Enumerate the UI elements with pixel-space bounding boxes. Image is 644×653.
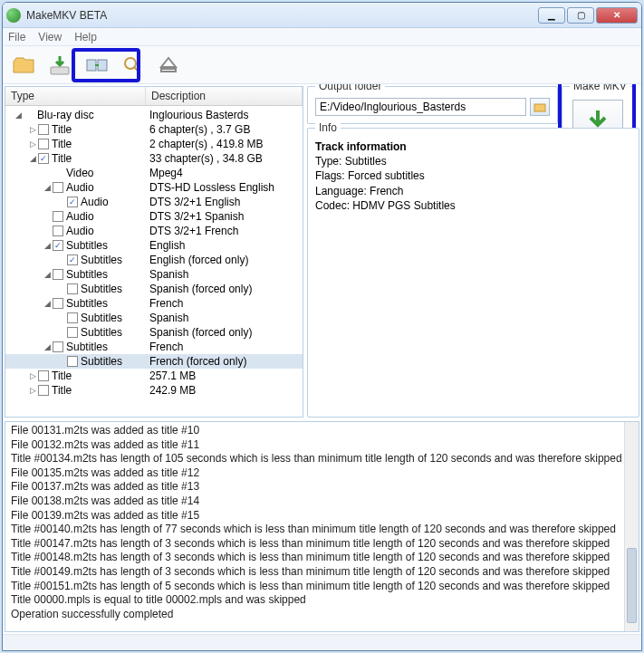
tree-checkbox[interactable]: [38, 124, 49, 135]
tree-row[interactable]: ◢SubtitlesSpanish: [5, 267, 303, 282]
tree-checkbox[interactable]: [38, 153, 49, 164]
expander-icon[interactable]: ▷: [27, 385, 38, 396]
tree-row[interactable]: SubtitlesSpanish: [5, 311, 303, 325]
tree-checkbox[interactable]: [53, 269, 63, 280]
expander-icon[interactable]: ◢: [42, 240, 53, 251]
title-tree[interactable]: ◢Blu-ray discInglourious Basterds▷Title6…: [5, 106, 303, 417]
close-button[interactable]: [596, 7, 638, 24]
tree-checkbox[interactable]: [67, 283, 78, 294]
titlebar[interactable]: MakeMKV BETA: [3, 3, 641, 28]
main-window: MakeMKV BETA File View Help: [2, 2, 642, 651]
tree-item-label: Audio: [66, 225, 146, 237]
log-line: Title 00000.mpls is equal to title 00002…: [11, 593, 633, 608]
tree-row[interactable]: ▷Title242.9 MB: [5, 383, 303, 398]
tree-item-label: Audio: [66, 181, 146, 194]
expander-icon[interactable]: ◢: [42, 341, 53, 352]
log-line: File 00139.m2ts was added as title #15: [11, 509, 633, 523]
tree-checkbox[interactable]: [67, 197, 78, 207]
folder-icon: [533, 101, 546, 113]
tree-checkbox[interactable]: [53, 341, 63, 352]
tree-row[interactable]: SubtitlesSpanish (forced only): [5, 282, 303, 296]
tree-item-label: Subtitles: [66, 297, 146, 310]
tree-row[interactable]: AudioDTS 3/2+1 Spanish: [5, 209, 303, 224]
search-icon: [120, 53, 145, 78]
tree-item-label: Subtitles: [81, 326, 146, 339]
menu-view[interactable]: View: [38, 31, 62, 43]
menubar: File View Help: [3, 28, 641, 46]
tree-checkbox[interactable]: [67, 312, 78, 323]
tree-header-description[interactable]: Description: [146, 87, 303, 105]
maximize-button[interactable]: [567, 7, 594, 24]
tree-row[interactable]: AudioDTS 3/2+1 French: [5, 224, 303, 238]
expander-icon[interactable]: ◢: [42, 182, 53, 193]
menu-help[interactable]: Help: [74, 31, 97, 43]
expander-icon[interactable]: ◢: [27, 153, 38, 164]
output-folder-input[interactable]: [315, 98, 526, 116]
tree-item-label: Title: [52, 370, 146, 382]
expander-icon[interactable]: ▷: [27, 370, 38, 381]
tree-row[interactable]: ▷Title2 chapter(s) , 419.8 MB: [5, 137, 303, 151]
log-panel[interactable]: File 00131.m2ts was added as title #10Fi…: [5, 421, 639, 632]
menu-file[interactable]: File: [8, 31, 25, 43]
tree-header: Type Description: [5, 87, 303, 106]
tree-row[interactable]: ◢SubtitlesFrench: [5, 296, 303, 311]
tree-checkbox[interactable]: [53, 226, 63, 236]
tree-item-label: Title: [52, 123, 146, 136]
open-file-button[interactable]: [8, 50, 39, 81]
tree-checkbox[interactable]: [38, 139, 49, 149]
svg-line-4: [134, 67, 139, 72]
tree-item-description: Spanish: [146, 268, 303, 281]
info-header: Track information: [315, 139, 631, 154]
search-button[interactable]: [117, 50, 148, 81]
eject-button[interactable]: [153, 50, 184, 81]
tree-item-description: 242.9 MB: [146, 384, 303, 397]
tree-row[interactable]: AudioDTS 3/2+1 English: [5, 195, 303, 209]
tree-checkbox[interactable]: [38, 385, 49, 396]
tree-row[interactable]: ◢AudioDTS-HD Lossless English: [5, 180, 303, 195]
expander-icon[interactable]: ◢: [42, 269, 53, 280]
log-line: Title #00140.m2ts has length of 77 secon…: [11, 523, 633, 537]
tree-row[interactable]: ◢SubtitlesEnglish: [5, 238, 303, 253]
expander-icon[interactable]: ◢: [13, 110, 24, 120]
info-line: Codec: HDMV PGS Subtitles: [315, 198, 631, 213]
tree-row[interactable]: ◢Blu-ray discInglourious Basterds: [5, 108, 303, 122]
title-tree-panel: Type Description ◢Blu-ray discInglouriou…: [5, 86, 303, 418]
tree-row[interactable]: SubtitlesFrench (forced only): [5, 354, 303, 369]
expander-icon[interactable]: ◢: [42, 298, 53, 309]
tree-checkbox[interactable]: [38, 370, 49, 381]
tree-checkbox[interactable]: [67, 356, 78, 367]
minimize-button[interactable]: [538, 7, 565, 24]
expander-icon[interactable]: ▷: [27, 124, 38, 135]
statusbar: [3, 634, 641, 650]
svg-rect-5: [161, 69, 176, 72]
log-line: Title #00151.m2ts has length of 5 second…: [11, 580, 633, 594]
tree-item-label: Subtitles: [81, 283, 146, 295]
tree-checkbox[interactable]: [67, 327, 78, 338]
tree-item-label: Video: [66, 167, 146, 179]
log-line: Title #00147.m2ts has length of 3 second…: [11, 537, 633, 552]
tree-row[interactable]: SubtitlesEnglish (forced only): [5, 253, 303, 267]
window-title: MakeMKV BETA: [26, 9, 538, 22]
browse-folder-button[interactable]: [530, 98, 550, 116]
tree-row[interactable]: ▷Title6 chapter(s) , 3.7 GB: [5, 122, 303, 137]
tree-header-type[interactable]: Type: [5, 87, 146, 105]
tree-row[interactable]: ◢SubtitlesFrench: [5, 340, 303, 354]
log-line: Title #00149.m2ts has length of 3 second…: [11, 565, 633, 580]
tree-checkbox[interactable]: [53, 211, 63, 222]
open-disc-button[interactable]: [44, 50, 75, 81]
tree-item-label: Subtitles: [66, 239, 146, 252]
tree-item-label: Blu-ray disc: [37, 109, 146, 121]
tree-checkbox[interactable]: [53, 182, 63, 193]
tree-checkbox[interactable]: [67, 254, 78, 265]
tree-row[interactable]: ▷Title257.1 MB: [5, 369, 303, 383]
tree-row[interactable]: ◢Title33 chapter(s) , 34.8 GB: [5, 151, 303, 166]
log-scrollbar-thumb[interactable]: [627, 548, 637, 623]
tree-checkbox[interactable]: [53, 298, 63, 309]
tree-row[interactable]: SubtitlesSpanish (forced only): [5, 325, 303, 340]
expander-icon[interactable]: ▷: [27, 139, 38, 149]
tree-row[interactable]: VideoMpeg4: [5, 166, 303, 180]
tree-item-label: Subtitles: [81, 254, 146, 266]
stream-button[interactable]: [81, 50, 111, 81]
log-scrollbar[interactable]: [624, 422, 639, 631]
tree-checkbox[interactable]: [53, 240, 63, 251]
